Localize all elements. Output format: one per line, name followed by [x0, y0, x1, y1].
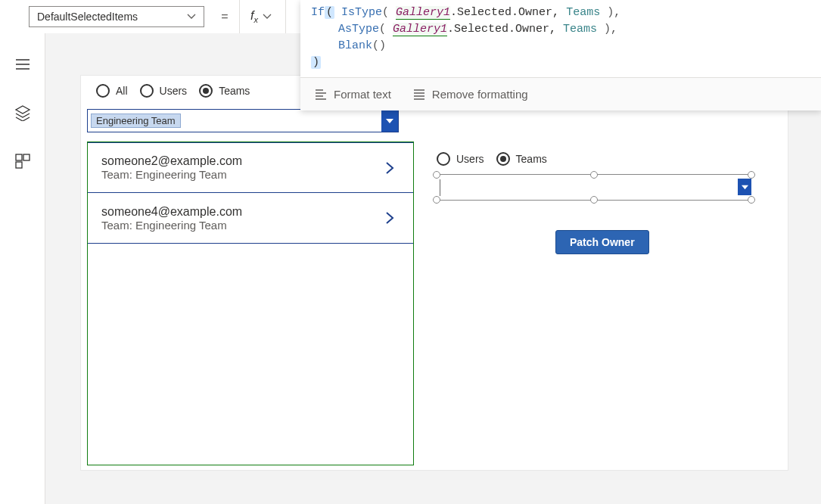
- left-rail: [0, 33, 45, 504]
- chevron-down-icon: [386, 117, 393, 125]
- radio-all[interactable]: [96, 84, 110, 98]
- formula-editor-panel: If( IsType( Gallery1.Selected.Owner, Tea…: [300, 0, 821, 110]
- format-text-label: Format text: [334, 88, 391, 101]
- combobox-open-button[interactable]: [738, 179, 751, 195]
- canvas-left-column: All Users Teams Engineering Team someone…: [81, 76, 417, 465]
- radio-teams-label: Teams: [219, 85, 250, 97]
- gallery-item-team: Team: Engineering Team: [101, 168, 242, 181]
- combobox-chip[interactable]: Engineering Team: [91, 114, 181, 128]
- chevron-right-icon[interactable]: [383, 161, 397, 175]
- svg-rect-2: [16, 162, 22, 168]
- radio-teams[interactable]: [199, 84, 213, 98]
- gallery-item[interactable]: someone2@example.com Team: Engineering T…: [88, 142, 413, 193]
- svg-rect-1: [23, 154, 30, 160]
- format-text-button[interactable]: Format text: [314, 88, 391, 101]
- chevron-down-icon: [263, 12, 272, 21]
- remove-formatting-button[interactable]: Remove formatting: [412, 88, 528, 101]
- patch-owner-button[interactable]: Patch Owner: [555, 230, 649, 254]
- text-caret: [440, 179, 440, 196]
- property-dropdown-value: DefaultSelectedItems: [37, 11, 187, 23]
- resize-handle[interactable]: [590, 171, 598, 179]
- hamburger-icon[interactable]: [14, 56, 31, 73]
- radio-users-2[interactable]: [437, 152, 450, 166]
- resize-handle[interactable]: [590, 196, 598, 204]
- canvas-right-column: Users Teams Patch Owner: [437, 144, 776, 174]
- resize-handle[interactable]: [433, 171, 440, 179]
- resize-handle[interactable]: [433, 196, 440, 204]
- combobox-open-button[interactable]: [381, 110, 398, 132]
- team-combobox[interactable]: Engineering Team: [87, 109, 399, 132]
- chevron-down-icon: [742, 184, 748, 191]
- remove-formatting-icon: [412, 88, 426, 101]
- radio-users[interactable]: [140, 84, 154, 98]
- chevron-down-icon: [187, 12, 196, 21]
- radio-all-label: All: [116, 85, 128, 97]
- owner-radio-group: Users Teams: [437, 144, 776, 174]
- resize-handle[interactable]: [748, 171, 755, 179]
- remove-formatting-label: Remove formatting: [432, 88, 528, 101]
- radio-users-2-label: Users: [456, 153, 484, 165]
- app-canvas[interactable]: All Users Teams Engineering Team someone…: [80, 75, 788, 471]
- gallery-item-team: Team: Engineering Team: [101, 219, 242, 232]
- svg-rect-0: [16, 154, 22, 160]
- gallery-item[interactable]: someone4@example.com Team: Engineering T…: [88, 193, 413, 244]
- radio-users-label: Users: [160, 85, 188, 97]
- radio-teams-2[interactable]: [496, 152, 510, 166]
- property-dropdown[interactable]: DefaultSelectedItems: [29, 6, 204, 27]
- chevron-right-icon[interactable]: [383, 211, 397, 225]
- radio-teams-2-label: Teams: [516, 153, 547, 165]
- formula-editor[interactable]: If( IsType( Gallery1.Selected.Owner, Tea…: [300, 3, 821, 77]
- gallery-item-email: someone4@example.com: [101, 205, 242, 219]
- selected-combobox-control[interactable]: [437, 174, 754, 201]
- gallery1[interactable]: someone2@example.com Team: Engineering T…: [87, 142, 414, 465]
- format-text-icon: [314, 88, 328, 101]
- fx-label: fx: [250, 9, 258, 24]
- gallery-item-email: someone2@example.com: [101, 154, 242, 168]
- equals-label: =: [210, 0, 239, 33]
- formula-actions-bar: Format text Remove formatting: [300, 77, 821, 110]
- layers-icon[interactable]: [14, 104, 31, 121]
- components-icon[interactable]: [14, 153, 31, 170]
- resize-handle[interactable]: [748, 196, 755, 204]
- fx-button[interactable]: fx: [239, 0, 286, 33]
